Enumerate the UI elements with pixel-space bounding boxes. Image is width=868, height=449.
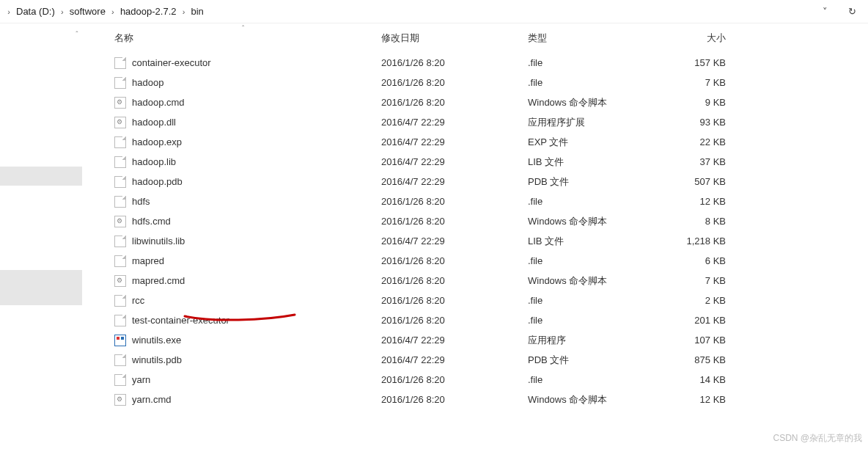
file-row[interactable]: hdfs2016/1/26 8:20.file12 KB: [110, 191, 868, 211]
file-size: 7 KB: [660, 77, 730, 88]
file-type: .file: [528, 57, 660, 68]
file-type: EXP 文件: [528, 136, 660, 149]
column-header-size[interactable]: 大小: [660, 32, 730, 45]
file-size: 9 KB: [660, 97, 730, 108]
file-name: container-executor: [132, 57, 211, 68]
nav-item-placeholder[interactable]: [0, 270, 82, 305]
breadcrumb-segment[interactable]: bin: [190, 6, 205, 17]
file-name-cell: libwinutils.lib: [110, 236, 381, 247]
file-type: LIB 文件: [528, 156, 660, 169]
file-row[interactable]: hadoop.pdb2016/4/7 22:29PDB 文件507 KB: [110, 172, 868, 191]
file-name: hdfs: [132, 196, 150, 207]
file-icon: [114, 255, 126, 267]
file-name: rcc: [132, 295, 144, 306]
breadcrumb-segment[interactable]: softwore: [68, 6, 107, 17]
file-date: 2016/1/26 8:20: [381, 77, 528, 88]
file-size: 2 KB: [660, 295, 730, 306]
file-date: 2016/1/26 8:20: [381, 374, 528, 385]
breadcrumb-segment[interactable]: Data (D:): [15, 6, 56, 17]
file-name-cell: rcc: [110, 295, 381, 307]
column-header-modified[interactable]: 修改日期: [381, 32, 528, 45]
file-row[interactable]: hadoop.lib2016/4/7 22:29LIB 文件37 KB: [110, 152, 868, 172]
file-row[interactable]: yarn.cmd2016/1/26 8:20Windows 命令脚本12 KB: [110, 390, 868, 409]
file-name-cell: hadoop: [110, 77, 381, 89]
file-name-cell: hadoop.dll: [110, 117, 381, 128]
file-icon: [114, 77, 126, 89]
file-icon: [114, 354, 126, 366]
file-row[interactable]: winutils.pdb2016/4/7 22:29PDB 文件875 KB: [110, 350, 868, 370]
cmd-icon: [114, 97, 126, 109]
file-date: 2016/1/26 8:20: [381, 196, 528, 207]
column-header-row: 名称 ˆ 修改日期 类型 大小: [110, 23, 868, 53]
column-header-type[interactable]: 类型: [528, 32, 660, 45]
file-icon: [114, 374, 126, 386]
file-name-cell: mapred.cmd: [110, 275, 381, 287]
address-bar-actions: ˅ ↻: [823, 6, 868, 17]
column-header-name[interactable]: 名称: [110, 32, 381, 45]
file-type: Windows 命令脚本: [528, 215, 660, 228]
file-size: 12 KB: [660, 196, 730, 207]
file-date: 2016/1/26 8:20: [381, 394, 528, 405]
file-size: 201 KB: [660, 315, 730, 326]
file-icon: [114, 136, 126, 148]
file-size: 37 KB: [660, 156, 730, 167]
file-row[interactable]: hadoop.exp2016/4/7 22:29EXP 文件22 KB: [110, 132, 868, 152]
dropdown-icon[interactable]: ˅: [823, 6, 828, 17]
file-date: 2016/1/26 8:20: [381, 315, 528, 326]
address-bar[interactable]: › Data (D:) › softwore › hadoop-2.7.2 › …: [0, 0, 868, 23]
file-name-cell: yarn.cmd: [110, 394, 381, 406]
file-type: Windows 命令脚本: [528, 393, 660, 406]
file-row[interactable]: yarn2016/1/26 8:20.file14 KB: [110, 370, 868, 390]
file-type: Windows 命令脚本: [528, 96, 660, 109]
file-date: 2016/4/7 22:29: [381, 117, 528, 128]
file-date: 2016/4/7 22:29: [381, 136, 528, 147]
file-size: 875 KB: [660, 354, 730, 365]
file-name-cell: hadoop.exp: [110, 136, 381, 148]
file-name-cell: hdfs.cmd: [110, 216, 381, 227]
file-date: 2016/1/26 8:20: [381, 97, 528, 108]
file-row[interactable]: hdfs.cmd2016/1/26 8:20Windows 命令脚本8 KB: [110, 211, 868, 231]
file-size: 14 KB: [660, 374, 730, 385]
navigation-pane[interactable]: ˆ: [0, 23, 82, 449]
file-row[interactable]: hadoop2016/1/26 8:20.file7 KB: [110, 73, 868, 92]
file-row[interactable]: winutils.exe2016/4/7 22:29应用程序107 KB: [110, 330, 868, 350]
file-row[interactable]: hadoop.dll2016/4/7 22:29应用程序扩展93 KB: [110, 112, 868, 132]
file-size: 12 KB: [660, 394, 730, 405]
file-name: hadoop.exp: [132, 136, 182, 147]
cmd-icon: [114, 394, 126, 406]
file-row[interactable]: mapred2016/1/26 8:20.file6 KB: [110, 251, 868, 271]
file-date: 2016/4/7 22:29: [381, 354, 528, 365]
file-date: 2016/1/26 8:20: [381, 255, 528, 266]
file-name-cell: container-executor: [110, 57, 381, 69]
file-icon: [114, 315, 126, 326]
file-name-cell: hadoop.cmd: [110, 97, 381, 109]
file-name: libwinutils.lib: [132, 236, 185, 247]
file-size: 22 KB: [660, 136, 730, 147]
file-name: winutils.pdb: [132, 354, 182, 365]
file-row[interactable]: test-container-executor2016/1/26 8:20.fi…: [110, 310, 868, 330]
file-list-pane: 名称 ˆ 修改日期 类型 大小 container-executor2016/1…: [82, 23, 868, 449]
file-name: winutils.exe: [132, 335, 181, 346]
file-row[interactable]: container-executor2016/1/26 8:20.file157…: [110, 53, 868, 73]
chevron-right-icon: ›: [107, 7, 119, 16]
chevron-right-icon: ›: [56, 7, 68, 16]
file-name: hdfs.cmd: [132, 216, 171, 227]
file-row[interactable]: rcc2016/1/26 8:20.file2 KB: [110, 291, 868, 310]
breadcrumb-segment[interactable]: hadoop-2.7.2: [119, 6, 178, 17]
nav-scroll-up-icon[interactable]: ˆ: [72, 31, 82, 45]
refresh-icon[interactable]: ↻: [848, 6, 856, 17]
file-list: container-executor2016/1/26 8:20.file157…: [110, 53, 868, 409]
file-row[interactable]: mapred.cmd2016/1/26 8:20Windows 命令脚本7 KB: [110, 271, 868, 291]
nav-item-placeholder[interactable]: [0, 167, 82, 186]
file-name: hadoop.cmd: [132, 97, 185, 108]
file-row[interactable]: libwinutils.lib2016/4/7 22:29LIB 文件1,218…: [110, 231, 868, 251]
file-type: .file: [528, 255, 660, 266]
file-date: 2016/4/7 22:29: [381, 236, 528, 247]
file-name-cell: yarn: [110, 374, 381, 386]
file-type: LIB 文件: [528, 235, 660, 248]
file-row[interactable]: hadoop.cmd2016/1/26 8:20Windows 命令脚本9 KB: [110, 92, 868, 112]
file-type: PDB 文件: [528, 354, 660, 367]
file-type: .file: [528, 374, 660, 385]
file-name: hadoop.pdb: [132, 176, 183, 187]
file-name-cell: hadoop.lib: [110, 156, 381, 168]
